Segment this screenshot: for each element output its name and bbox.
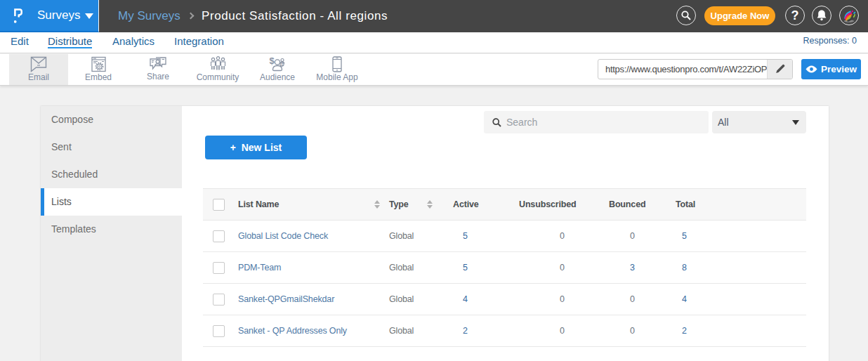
svg-text:$: $ — [269, 56, 275, 66]
